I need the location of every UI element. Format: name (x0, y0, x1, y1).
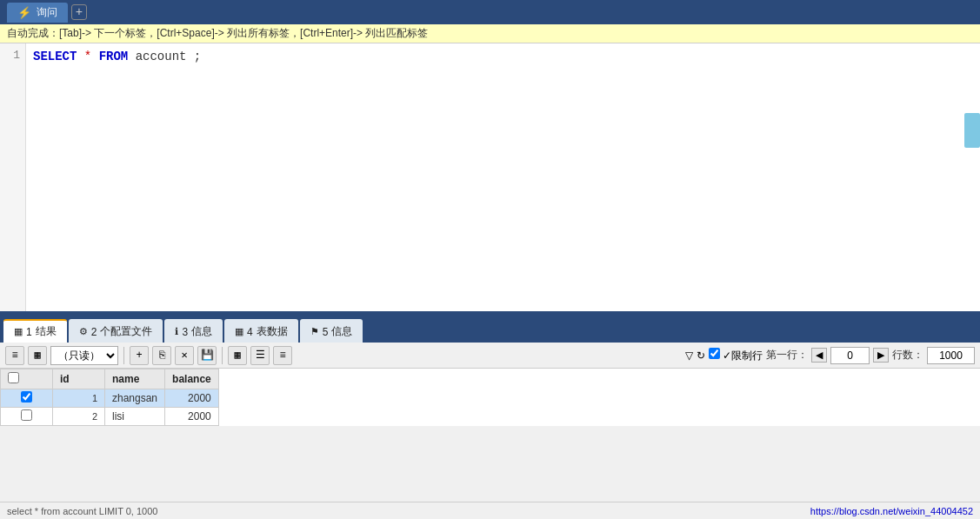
editor-area[interactable]: 1 SELECT * FROM account ; (0, 43, 980, 311)
status-bar: select * from account LIMIT 0, 1000 http… (0, 502, 980, 519)
row-checkbox-cell (1, 389, 53, 408)
cell-id-0: 1 (53, 389, 105, 408)
query-tab-label: 询问 (37, 5, 57, 20)
info2-tab-icon: ⚑ (310, 326, 319, 337)
cell-name-0: zhangsan (105, 389, 165, 408)
first-row-label: 第一行： (766, 348, 808, 363)
cell-balance-1: 2000 (165, 408, 219, 426)
table-header-row: id name balance (1, 369, 219, 389)
code-line-1: SELECT * FROM account ; (33, 47, 973, 66)
tabledata-tab-number: 4 (247, 326, 253, 338)
config-tab-number: 2 (91, 326, 97, 338)
text-view-btn[interactable]: ≡ (273, 346, 292, 365)
results-tab-label: 结果 (36, 324, 57, 339)
limit-label: ✓限制行 (723, 349, 763, 362)
status-query-text: select * from account LIMIT 0, 1000 (7, 506, 157, 516)
row-count-input[interactable] (927, 347, 975, 364)
info2-tab-number: 5 (323, 326, 329, 338)
grid-view-btn[interactable]: ▦ (228, 346, 247, 365)
col-header-name: name (105, 369, 165, 389)
refresh-icon[interactable]: ↻ (697, 349, 705, 362)
info-tab-label: 信息 (191, 324, 212, 339)
info-tab-number: 3 (182, 326, 188, 338)
nav-next-btn[interactable]: ▶ (873, 348, 889, 363)
table-row[interactable]: 2 lisi 2000 (1, 408, 219, 426)
col-header-balance: balance (165, 369, 219, 389)
tabledata-tab-label: 表数据 (257, 324, 288, 339)
add-row-btn[interactable]: + (130, 346, 149, 365)
config-tab-label: 个配置文件 (100, 324, 152, 339)
nav-prev-btn[interactable]: ◀ (811, 348, 827, 363)
new-tab-button[interactable]: + (71, 4, 87, 20)
results-toolbar: ≡ ▦ （只读） + ⎘ ✕ 💾 ▦ ☰ ≡ ▽ ↻ ✓限制行 第一行： ◀ ▶… (0, 343, 980, 369)
tab-info[interactable]: ℹ 3 信息 (164, 319, 223, 343)
results-tab-number: 1 (26, 326, 32, 338)
toolbar-btn-2[interactable]: ▦ (28, 346, 47, 365)
toolbar-right-section: ▽ ↻ ✓限制行 第一行： ◀ ▶ 行数： (685, 347, 975, 364)
results-table: id name balance 1 zhangsan 2000 2 lisi 2… (0, 369, 219, 426)
col-header-id: id (53, 369, 105, 389)
tab-table-data[interactable]: ▦ 4 表数据 (224, 319, 298, 343)
select-all-checkbox[interactable] (8, 372, 19, 383)
table-row[interactable]: 1 zhangsan 2000 (1, 389, 219, 408)
readonly-select[interactable]: （只读） (50, 346, 118, 365)
first-row-input[interactable] (830, 347, 870, 364)
keyword-from: FROM (99, 50, 129, 63)
limit-checkbox[interactable] (709, 348, 720, 359)
row-checkbox-cell (1, 408, 53, 426)
title-bar: ⚡ 询问 + (0, 0, 980, 24)
query-icon: ⚡ (17, 6, 31, 19)
save-btn[interactable]: 💾 (197, 346, 217, 365)
data-table-container: id name balance 1 zhangsan 2000 2 lisi 2… (0, 369, 980, 426)
tab-config-files[interactable]: ⚙ 2 个配置文件 (69, 319, 163, 343)
config-tab-icon: ⚙ (79, 326, 88, 337)
list-view-btn[interactable]: ☰ (250, 346, 270, 365)
row-count-label: 行数： (892, 348, 923, 363)
row-checkbox-0[interactable] (21, 391, 32, 403)
line-numbers: 1 (0, 43, 26, 311)
copy-row-btn[interactable]: ⎘ (152, 346, 171, 365)
results-tabs-bar: ▦ 1 结果 ⚙ 2 个配置文件 ℹ 3 信息 ▦ 4 表数据 ⚑ 5 信息 (0, 316, 980, 343)
cell-name-1: lisi (105, 408, 165, 426)
star-operator: * (77, 50, 98, 63)
cell-id-1: 2 (53, 408, 105, 426)
cell-balance-0: 2000 (165, 389, 219, 408)
tab-info2[interactable]: ⚑ 5 信息 (300, 319, 363, 343)
header-checkbox-cell (1, 369, 53, 389)
scroll-indicator (964, 113, 980, 148)
results-tab-icon: ▦ (14, 326, 23, 337)
filter-icon[interactable]: ▽ (685, 349, 693, 362)
code-editor[interactable]: SELECT * FROM account ; (26, 43, 980, 311)
sep2 (222, 347, 223, 364)
tab-results[interactable]: ▦ 1 结果 (3, 319, 67, 343)
limit-checkbox-label: ✓限制行 (709, 348, 763, 363)
keyword-select: SELECT (33, 50, 77, 63)
sep1 (123, 347, 124, 364)
toolbar-btn-1[interactable]: ≡ (5, 346, 24, 365)
tabledata-tab-icon: ▦ (235, 326, 243, 337)
info-tab-icon: ℹ (175, 326, 178, 337)
row-checkbox-1[interactable] (21, 409, 32, 421)
status-link[interactable]: https://blog.csdn.net/weixin_44004452 (810, 506, 973, 516)
delete-row-btn[interactable]: ✕ (175, 346, 194, 365)
info2-tab-label: 信息 (331, 324, 352, 339)
query-tab[interactable]: ⚡ 询问 (7, 3, 68, 23)
table-name: account ; (128, 50, 201, 63)
autocomplete-hint: 自动完成：[Tab]-> 下一个标签，[Ctrl+Space]-> 列出所有标签… (0, 24, 980, 43)
